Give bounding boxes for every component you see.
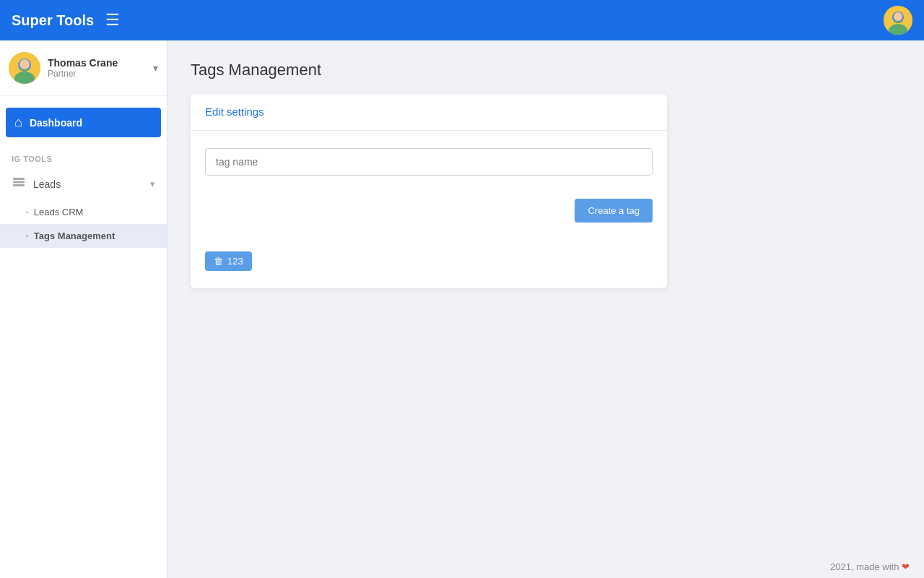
- tags-management-label: Tags Management: [34, 230, 115, 241]
- sidebar-nav: ⌂ Dashboard IG TOOLS Leads ▾ • Leads CRM…: [0, 96, 167, 578]
- sidebar-avatar-svg: [9, 52, 40, 84]
- leads-label: Leads: [33, 178, 143, 190]
- sidebar-avatar: [9, 52, 40, 84]
- tag-input-row: [205, 148, 653, 184]
- leads-crm-label: Leads CRM: [34, 207, 84, 217]
- page-title: Tags Management: [191, 61, 901, 79]
- create-tag-button[interactable]: Create a tag: [575, 199, 653, 223]
- user-dropdown-arrow-icon[interactable]: ▾: [153, 62, 158, 74]
- sidebar: Thomas Crane Partner ▾ ⌂ Dashboard IG TO…: [0, 40, 167, 578]
- svg-rect-9: [13, 181, 25, 184]
- leads-dropdown-arrow-icon: ▾: [150, 178, 155, 189]
- app-brand: Super Tools: [12, 12, 94, 29]
- tags-list: 🗑 123: [191, 251, 667, 271]
- sidebar-item-leads[interactable]: Leads ▾: [0, 168, 167, 200]
- hamburger-icon[interactable]: ☰: [105, 11, 120, 30]
- svg-rect-10: [13, 178, 25, 180]
- sidebar-user-section[interactable]: Thomas Crane Partner ▾: [0, 40, 167, 96]
- sidebar-item-dashboard[interactable]: ⌂ Dashboard: [6, 108, 161, 137]
- tags-management-card: Edit settings Create a tag 🗑 123: [191, 94, 667, 288]
- navbar: Super Tools ☰: [0, 0, 924, 40]
- ig-tools-section-label: IG TOOLS: [0, 143, 167, 168]
- footer-text: 2021, made with: [830, 561, 899, 572]
- main-content: Tags Management Edit settings Create a t…: [167, 40, 924, 578]
- tag-name-input[interactable]: [205, 148, 653, 176]
- sidebar-subitem-tags-management[interactable]: • Tags Management: [0, 224, 167, 248]
- card-header-title: Edit settings: [205, 105, 264, 118]
- sidebar-user-role: Partner: [48, 69, 146, 79]
- subitem-dot-icon: •: [26, 209, 28, 215]
- dashboard-label: Dashboard: [30, 117, 82, 129]
- leads-stack-icon: [12, 175, 26, 193]
- navbar-left: Super Tools ☰: [12, 11, 120, 30]
- subitem-dot-icon: •: [26, 233, 28, 239]
- avatar-svg: [884, 6, 912, 35]
- svg-point-3: [894, 12, 902, 21]
- navbar-user-avatar[interactable]: [884, 6, 912, 35]
- create-tag-btn-row: Create a tag: [205, 199, 653, 223]
- footer: 2021, made with ❤: [816, 556, 924, 578]
- card-header: Edit settings: [191, 94, 667, 131]
- sidebar-user-name: Thomas Crane: [48, 57, 146, 69]
- tag-delete-icon[interactable]: 🗑: [214, 256, 223, 267]
- svg-point-7: [19, 59, 30, 69]
- svg-rect-8: [13, 184, 25, 186]
- sidebar-user-info: Thomas Crane Partner: [48, 57, 146, 79]
- heart-icon: ❤: [902, 561, 910, 572]
- home-icon: ⌂: [14, 115, 22, 130]
- card-body: Create a tag: [191, 131, 667, 251]
- tag-chip-123[interactable]: 🗑 123: [205, 251, 252, 271]
- tag-chip-label: 123: [227, 256, 243, 267]
- sidebar-subitem-leads-crm[interactable]: • Leads CRM: [0, 200, 167, 224]
- layers-icon-svg: [12, 175, 26, 189]
